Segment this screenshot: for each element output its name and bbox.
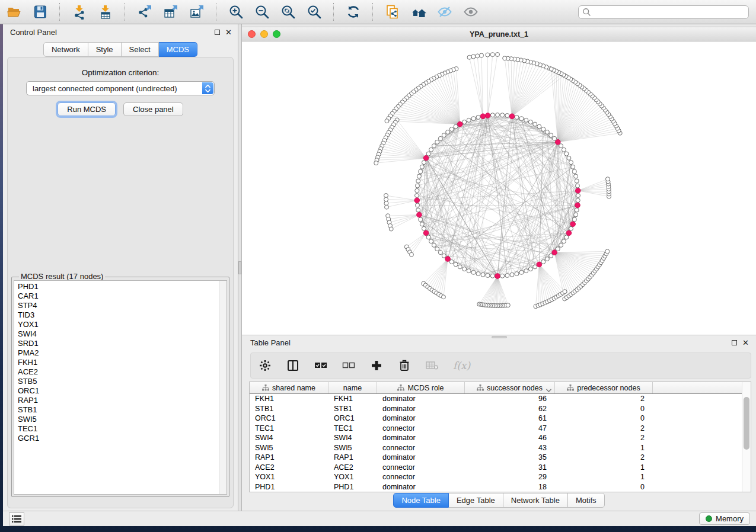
window-maximize-icon[interactable] [273, 30, 280, 38]
table-row[interactable]: TEC1TEC1connector472 [250, 424, 751, 434]
zoom-fit-icon[interactable] [280, 4, 296, 20]
table-row[interactable]: ACE2ACE2connector311 [250, 463, 751, 473]
table-row[interactable]: PHD1PHD1dominator180 [250, 482, 751, 492]
delete-row-icon[interactable] [397, 358, 412, 373]
list-item[interactable]: RAP1 [18, 396, 227, 405]
panel-drag-handle-icon[interactable] [492, 336, 507, 338]
result-list-scrollbar[interactable] [219, 281, 227, 494]
column-header-predecessor-nodes[interactable]: predecessor nodes [555, 382, 653, 393]
list-item[interactable]: PMA2 [18, 348, 227, 358]
hide-selected-icon[interactable] [436, 4, 452, 20]
deselect-all-icon[interactable] [342, 358, 356, 373]
optimization-criterion-label: Optimization criterion: [8, 68, 233, 77]
add-row-icon[interactable] [369, 358, 384, 373]
save-session-icon[interactable] [32, 4, 48, 20]
refresh-view-icon[interactable] [345, 4, 361, 20]
tab-motifs[interactable]: Motifs [568, 493, 605, 508]
zoom-in-icon[interactable] [228, 4, 244, 20]
table-scrollbar-thumb[interactable] [744, 397, 749, 450]
table-cell: dominator [377, 434, 465, 442]
list-item[interactable]: STB5 [18, 377, 227, 386]
vertical-splitter[interactable] [238, 24, 242, 511]
table-row[interactable]: SWI4SWI4dominator462 [250, 433, 751, 443]
right-stack: YPA_prune.txt_1 Table Panel ✕ [242, 24, 756, 511]
column-header-MCDS-role[interactable]: MCDS role [377, 382, 465, 393]
list-item[interactable]: SRD1 [18, 339, 227, 348]
list-item[interactable]: SWI5 [18, 415, 227, 424]
import-network-icon[interactable] [71, 4, 87, 20]
node-table[interactable]: shared namenameMCDS rolesuccessor nodesp… [249, 382, 751, 492]
list-item[interactable]: ACE2 [18, 367, 227, 377]
float-table-panel-icon[interactable] [732, 340, 737, 345]
delete-table-disabled-icon [425, 358, 439, 373]
list-item[interactable]: TID3 [18, 310, 227, 320]
toolbar-separator [125, 3, 125, 21]
table-row[interactable]: YOX1YOX1connector291 [250, 472, 751, 482]
export-image-icon[interactable] [189, 4, 205, 20]
tab-network[interactable]: Network [43, 42, 88, 57]
list-item[interactable]: FKH1 [18, 358, 227, 367]
function-builder-disabled-icon: f(x) [453, 358, 470, 373]
table-scrollbar[interactable] [742, 382, 751, 492]
list-item[interactable]: TEC1 [18, 424, 227, 434]
tab-network-table[interactable]: Network Table [503, 493, 568, 508]
table-row[interactable]: FKH1FKH1dominator962 [250, 394, 751, 404]
close-panel-button[interactable]: Close panel [123, 102, 183, 116]
window-minimize-icon[interactable] [260, 30, 268, 38]
select-all-icon[interactable] [314, 358, 328, 373]
search-input[interactable] [591, 8, 745, 16]
show-all-icon[interactable] [462, 4, 479, 20]
tab-mcds[interactable]: MCDS [159, 42, 197, 57]
table-row[interactable]: ORC1ORC1dominator610 [250, 414, 751, 424]
tab-node-table[interactable]: Node Table [393, 493, 449, 508]
table-row[interactable]: SWI5SWI5connector431 [250, 443, 751, 453]
splitter-handle-icon[interactable] [238, 261, 241, 274]
list-item[interactable]: ORC1 [18, 386, 227, 396]
table-panel: Table Panel ✕ [242, 335, 756, 511]
export-network-icon[interactable] [136, 4, 152, 20]
list-item[interactable]: GCR1 [18, 434, 227, 443]
table-cell: ORC1 [250, 414, 328, 422]
network-graph[interactable] [242, 41, 756, 335]
column-label: shared name [272, 384, 315, 392]
table-row[interactable]: STB1STB1dominator620 [250, 404, 751, 414]
show-column-icon[interactable] [286, 358, 300, 373]
list-item[interactable]: PHD1 [18, 282, 227, 291]
list-item[interactable]: CAR1 [18, 291, 227, 301]
table-cell: 18 [465, 483, 555, 491]
import-table-icon[interactable] [97, 4, 113, 20]
search-box[interactable] [578, 5, 749, 19]
run-mcds-button[interactable]: Run MCDS [58, 102, 116, 116]
control-panel-tabs: NetworkStyleSelectMCDS [3, 42, 238, 57]
table-cell: dominator [377, 395, 465, 403]
table-cell: 46 [465, 434, 555, 442]
memory-button[interactable]: Memory [699, 512, 750, 525]
mcds-result-list[interactable]: PHD1CAR1STP4TID3YOX1SWI4SRD1PMA2FKH1ACE2… [14, 280, 227, 495]
tab-edge-table[interactable]: Edge Table [449, 493, 503, 508]
table-row[interactable]: RAP1RAP1dominator352 [250, 453, 751, 463]
settings-gear-icon[interactable] [258, 358, 272, 373]
close-panel-icon[interactable]: ✕ [225, 30, 232, 35]
list-item[interactable]: STB1 [18, 405, 227, 415]
column-header-name[interactable]: name [328, 382, 377, 393]
list-item[interactable]: YOX1 [18, 320, 227, 329]
float-panel-icon[interactable] [215, 30, 220, 35]
export-table-icon[interactable] [162, 4, 178, 20]
list-item[interactable]: SWI4 [18, 329, 227, 339]
column-header-successor-nodes[interactable]: successor nodes [465, 382, 555, 393]
table-cell: 2 [555, 395, 653, 403]
criterion-select[interactable]: largest connected component (undirected) [26, 81, 215, 95]
tab-select[interactable]: Select [122, 42, 159, 57]
window-close-icon[interactable] [248, 30, 256, 38]
list-item[interactable]: STP4 [18, 301, 227, 310]
zoom-out-icon[interactable] [254, 4, 270, 20]
close-table-panel-icon[interactable]: ✕ [742, 340, 749, 345]
zoom-selected-icon[interactable] [306, 4, 322, 20]
open-file-icon[interactable] [6, 4, 22, 20]
sort-chevron-icon[interactable] [546, 386, 551, 394]
tab-style[interactable]: Style [88, 42, 122, 57]
column-header-shared-name[interactable]: shared name [250, 382, 328, 393]
task-history-button[interactable] [9, 512, 24, 525]
clone-network-icon[interactable] [384, 4, 400, 20]
first-neighbors-icon[interactable] [410, 4, 426, 20]
